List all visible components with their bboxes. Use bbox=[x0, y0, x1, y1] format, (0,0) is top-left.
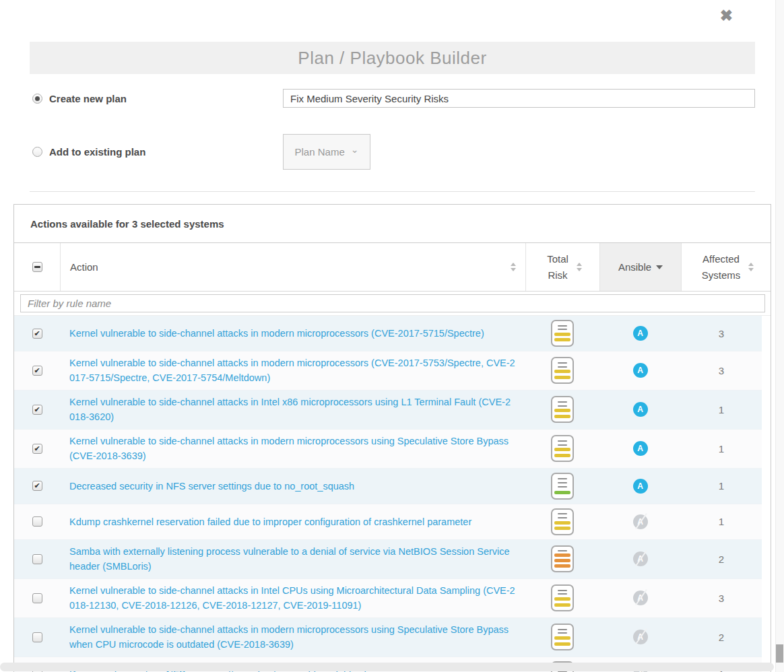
column-header-total-risk[interactable]: Total Risk bbox=[525, 243, 599, 291]
total-risk-meter-icon bbox=[551, 473, 574, 500]
caret-down-icon bbox=[656, 265, 663, 269]
action-link[interactable]: Samba with externally listening process … bbox=[69, 546, 510, 572]
row-checkbox[interactable] bbox=[32, 366, 42, 376]
table-row: Samba with externally listening process … bbox=[14, 540, 762, 579]
create-new-plan-radio[interactable] bbox=[32, 94, 42, 104]
total-risk-meter-icon bbox=[551, 508, 574, 535]
affected-systems-count: 2 bbox=[719, 553, 724, 565]
table-header: Action Total Risk Ansible Affected Syste… bbox=[14, 243, 771, 292]
affected-systems-count: 3 bbox=[719, 328, 724, 339]
actions-table: Actions available for 3 selected systems… bbox=[13, 204, 771, 672]
column-header-action[interactable]: Action bbox=[60, 243, 525, 291]
total-risk-meter-icon bbox=[551, 624, 574, 650]
plan-name-input[interactable] bbox=[283, 89, 755, 108]
existing-plan-dropdown[interactable]: Plan Name ⌄ bbox=[283, 134, 370, 170]
total-risk-meter-icon bbox=[551, 435, 574, 462]
sort-icon bbox=[511, 263, 516, 271]
affected-systems-count: 1 bbox=[719, 516, 724, 527]
row-checkbox[interactable] bbox=[32, 329, 42, 339]
row-checkbox[interactable] bbox=[32, 632, 42, 642]
table-row: Decreased security in NFS server setting… bbox=[14, 469, 762, 504]
table-row: Kernel vulnerable to side-channel attack… bbox=[14, 391, 762, 430]
add-existing-plan-radio[interactable] bbox=[32, 147, 42, 157]
affected-systems-count: 3 bbox=[719, 593, 724, 604]
table-body: Kernel vulnerable to side-channel attack… bbox=[14, 316, 771, 672]
sort-icon bbox=[577, 263, 582, 271]
table-row: Kernel vulnerable to side-channel attack… bbox=[14, 351, 762, 391]
close-icon[interactable]: ✖ bbox=[720, 8, 733, 24]
affected-systems-count: 3 bbox=[719, 365, 724, 376]
row-checkbox[interactable] bbox=[32, 444, 42, 454]
horizontal-scrollbar[interactable] bbox=[0, 663, 774, 671]
affected-systems-count: 1 bbox=[719, 443, 724, 455]
modal-title-bar: Plan / Playbook Builder bbox=[30, 42, 755, 74]
action-link[interactable]: Kdump crashkernel reservation failed due… bbox=[69, 516, 471, 527]
action-link[interactable]: Kernel vulnerable to side-channel attack… bbox=[69, 328, 484, 339]
create-new-plan-row: Create new plan bbox=[32, 89, 755, 108]
total-risk-meter-icon bbox=[551, 320, 574, 347]
row-checkbox[interactable] bbox=[32, 516, 42, 527]
row-checkbox[interactable] bbox=[32, 593, 42, 603]
section-divider bbox=[30, 191, 755, 192]
row-checkbox[interactable] bbox=[32, 405, 42, 415]
create-new-plan-label[interactable]: Create new plan bbox=[49, 93, 127, 104]
page-title: Plan / Playbook Builder bbox=[298, 48, 486, 69]
column-header-affected-systems[interactable]: Affected Systems bbox=[681, 243, 771, 291]
select-all-cell bbox=[14, 243, 60, 291]
ansible-icon: A bbox=[633, 326, 648, 341]
vertical-scrollbar[interactable] bbox=[775, 0, 784, 672]
filter-input[interactable] bbox=[20, 294, 765, 312]
chevron-down-icon: ⌄ bbox=[351, 147, 359, 152]
ansible-icon: A bbox=[633, 363, 648, 378]
column-label-action: Action bbox=[70, 261, 98, 273]
column-label-affected-systems: Affected Systems bbox=[699, 251, 744, 283]
action-link[interactable]: Kernel vulnerable to side-channel attack… bbox=[69, 585, 515, 611]
table-row: Kernel vulnerable to side-channel attack… bbox=[14, 579, 762, 618]
select-all-checkbox[interactable] bbox=[32, 262, 42, 272]
ansible-icon: A bbox=[633, 441, 648, 456]
total-risk-meter-icon bbox=[551, 396, 574, 423]
affected-systems-count: 1 bbox=[719, 480, 724, 492]
action-link[interactable]: Kernel vulnerable to side-channel attack… bbox=[69, 358, 515, 383]
column-header-ansible[interactable]: Ansible bbox=[599, 243, 681, 291]
vertical-scrollbar-thumb[interactable] bbox=[776, 644, 783, 663]
table-row: Kernel vulnerable to side-channel attack… bbox=[14, 316, 762, 351]
add-existing-plan-row: Add to existing plan Plan Name ⌄ bbox=[32, 133, 755, 170]
table-row: Kernel vulnerable to side-channel attack… bbox=[14, 430, 762, 469]
row-checkbox[interactable] bbox=[32, 554, 42, 564]
total-risk-meter-icon bbox=[551, 357, 574, 384]
action-link[interactable]: Kernel vulnerable to side-channel attack… bbox=[69, 436, 509, 461]
affected-systems-count: 1 bbox=[719, 404, 724, 415]
total-risk-meter-icon bbox=[551, 584, 574, 611]
filter-row bbox=[14, 292, 771, 316]
ansible-icon: A bbox=[633, 551, 648, 566]
table-row: Kernel vulnerable to side-channel attack… bbox=[14, 618, 762, 657]
affected-systems-count: 2 bbox=[719, 632, 724, 643]
action-link[interactable]: Decreased security in NFS server setting… bbox=[69, 481, 354, 492]
table-row: Kdump crashkernel reservation failed due… bbox=[14, 504, 762, 540]
column-label-total-risk: Total Risk bbox=[544, 251, 572, 283]
column-label-ansible: Ansible bbox=[618, 261, 651, 273]
row-checkbox[interactable] bbox=[32, 481, 42, 491]
action-link[interactable]: Kernel vulnerable to side-channel attack… bbox=[69, 397, 511, 422]
ansible-icon: A bbox=[633, 630, 648, 644]
existing-plan-dropdown-label: Plan Name bbox=[295, 146, 345, 158]
action-link[interactable]: Kernel vulnerable to side-channel attack… bbox=[69, 624, 509, 650]
total-risk-meter-icon bbox=[551, 545, 574, 572]
ansible-icon: A bbox=[633, 402, 648, 417]
sort-icon bbox=[748, 263, 754, 271]
ansible-icon: A bbox=[633, 514, 648, 529]
add-existing-plan-label[interactable]: Add to existing plan bbox=[49, 146, 145, 158]
ansible-icon: A bbox=[633, 479, 648, 494]
ansible-icon: A bbox=[633, 591, 648, 605]
table-caption: Actions available for 3 selected systems bbox=[14, 205, 771, 243]
